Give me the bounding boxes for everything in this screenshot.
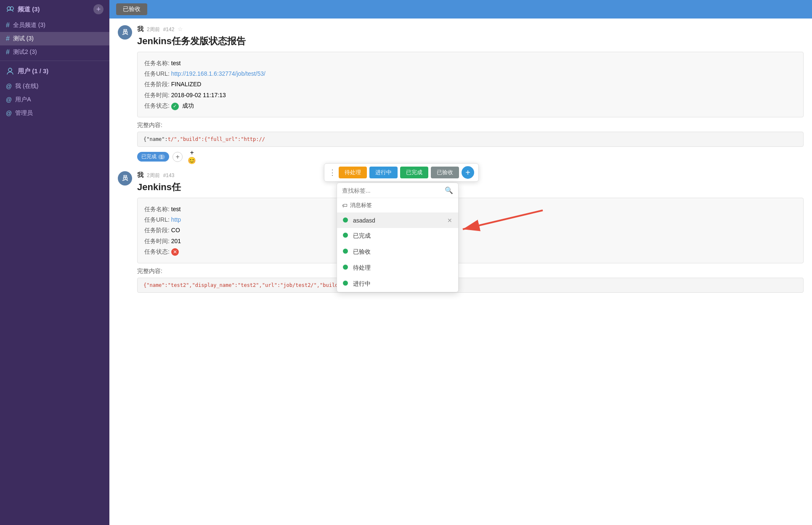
sidebar: 频道 (3) + # 全员频道 (3) # 测试 (3) # 测试2 (3) 用…	[0, 0, 109, 525]
message-2: 员 我 2周前 #143 Jenkins任 任务名称: test 任务URL: …	[118, 171, 804, 293]
tag-item-pending[interactable]: 待处理	[337, 260, 458, 276]
message-1-title: Jenkins任务发版状态报告	[137, 35, 804, 48]
full-content-label-1: 完整内容:	[137, 122, 804, 129]
field-name-label: 任务名称:	[144, 60, 170, 66]
message-1: 员 我 2周前 #142 ☆ Jenkins任务发版状态报告 任务名称: tes…	[118, 25, 804, 163]
tag-item-left: 已验收	[343, 248, 371, 256]
channels-section-header: 频道 (3) +	[0, 0, 109, 19]
tag-item-left: 进行中	[343, 280, 371, 288]
toolbar-inprogress-button[interactable]: 进行中	[369, 167, 398, 178]
field2-url-link[interactable]: http	[171, 216, 181, 223]
code-text-1: {"name":	[143, 136, 168, 142]
field-url-link[interactable]: http://192.168.1.6:32774/job/test/53/	[171, 70, 265, 77]
toolbar-accepted-button[interactable]: 已验收	[431, 167, 459, 178]
toolbar-add-button[interactable]: +	[462, 166, 474, 179]
user-icon	[6, 67, 14, 75]
tag-dot-pending	[343, 265, 348, 270]
tag-remove-asadasd[interactable]: ✕	[447, 217, 452, 224]
tag-bar-1: 已完成 1 + + 😊	[137, 151, 804, 163]
tag-item-left: 待处理	[343, 264, 371, 272]
field2-url-label: 任务URL:	[144, 216, 170, 223]
top-bar: 已验收	[109, 0, 812, 19]
tag-item-inprogress[interactable]: 进行中	[337, 276, 458, 292]
at-icon: @	[6, 110, 12, 117]
field2-name-value: test	[171, 206, 181, 212]
message-1-card: 任务名称: test 任务URL: http://192.168.1.6:327…	[137, 52, 804, 117]
users-section-header: 用户 (1 / 3)	[0, 63, 109, 80]
avatar-2: 员	[118, 171, 132, 186]
message-2-author: 我	[137, 171, 143, 179]
tag-done-pill[interactable]: 已完成 1	[137, 152, 169, 162]
add-channel-button[interactable]: +	[93, 4, 103, 14]
message-1-id: #142	[163, 27, 175, 32]
message-1-author: 我	[137, 25, 143, 33]
sidebar-divider	[0, 61, 109, 61]
sidebar-item-me[interactable]: @ 我 (在线)	[0, 80, 109, 93]
tag-dot-asadasd	[343, 217, 348, 223]
field2-name-label: 任务名称:	[144, 206, 170, 212]
field-status-value: 成功	[182, 102, 194, 109]
toolbar-pending-button[interactable]: 待处理	[339, 167, 367, 178]
field2-status-label: 任务状态:	[144, 248, 170, 255]
main-content: 已验收 员 我 2周前 #142 ☆ Jenkins任务发版状态报告 任务名称:…	[109, 0, 812, 525]
tag-item-left: asadasd	[343, 217, 375, 224]
sidebar-item-test-channel[interactable]: # 测试 (3)	[0, 32, 109, 45]
field2-phase-label: 任务阶段:	[144, 227, 170, 233]
tag-item-done[interactable]: 已完成	[337, 228, 458, 244]
message-2-id: #143	[163, 172, 175, 178]
field-status-label: 任务状态:	[144, 102, 170, 109]
message-area: 员 我 2周前 #142 ☆ Jenkins任务发版状态报告 任务名称: tes…	[109, 19, 812, 525]
tag-dot-done	[343, 233, 348, 238]
field2-time-value: 201	[171, 238, 181, 244]
dots-icon[interactable]: ⋮	[329, 168, 336, 177]
code-suffix-1: t/","build":{"full_url":"http://	[168, 136, 265, 142]
emoji-button[interactable]: + 😊	[186, 151, 198, 163]
message-2-title: Jenkins任	[137, 181, 804, 194]
sidebar-item-admin[interactable]: @ 管理员	[0, 106, 109, 120]
topbar-button[interactable]: 已验收	[116, 3, 147, 15]
tag-item-left: 已完成	[343, 232, 371, 240]
message-2-time: 2周前	[147, 172, 160, 179]
add-tag-button[interactable]: +	[172, 152, 183, 162]
sidebar-item-test2-channel[interactable]: # 测试2 (3)	[0, 45, 109, 59]
full-content-label-2: 完整内容:	[137, 268, 804, 275]
field-time-label: 任务时间:	[144, 92, 170, 98]
at-icon: @	[6, 96, 12, 103]
tag-item-asadasd[interactable]: asadasd ✕	[337, 213, 458, 228]
success-icon: ✓	[171, 103, 179, 110]
star-icon[interactable]: ☆	[178, 26, 183, 32]
tag-section-icon: 🏷	[342, 202, 348, 209]
hash-icon: #	[6, 35, 10, 42]
channels-title: 频道 (3)	[6, 5, 40, 13]
search-icon: 🔍	[445, 186, 453, 194]
message-1-time: 2周前	[147, 26, 160, 33]
message-2-card: 任务名称: test 任务URL: http 任务阶段: CO 任务时间: 20…	[137, 198, 804, 263]
field2-time-label: 任务时间:	[144, 238, 170, 244]
code-block-2: {"name":"test2","display_name":"test2","…	[137, 278, 804, 293]
code-block-1: {"name":t/","build":{"full_url":"http://	[137, 132, 804, 147]
tag-item-accepted[interactable]: 已验收	[337, 244, 458, 260]
svg-point-2	[8, 68, 12, 72]
avatar-1: 员	[118, 25, 132, 40]
tag-done-count: 1	[158, 154, 165, 159]
field-phase-value: FINALIZED	[171, 81, 202, 88]
tag-search-input[interactable]	[342, 187, 441, 194]
field2-phase-value: CO	[171, 227, 180, 233]
channels-icon	[6, 5, 14, 13]
message-1-meta: 我 2周前 #142 ☆	[137, 25, 804, 33]
tag-dropdown: 🔍 🏷 消息标签 asadasd ✕ 已完成 已验收	[337, 183, 459, 292]
error-icon: ✕	[171, 248, 179, 256]
tag-dot-inprogress	[343, 281, 348, 286]
sidebar-item-userA[interactable]: @ 用户A	[0, 93, 109, 106]
floating-toolbar: ⋮ 待处理 进行中 已完成 已验收 +	[324, 163, 479, 182]
hash-icon: #	[6, 21, 10, 29]
toolbar-done-button[interactable]: 已完成	[400, 167, 428, 178]
field-phase-label: 任务阶段:	[144, 81, 170, 88]
tag-dot-accepted	[343, 249, 348, 254]
field-name-value: test	[171, 60, 181, 66]
at-icon: @	[6, 83, 12, 90]
tag-done-label: 已完成	[141, 153, 157, 160]
sidebar-item-all-channel[interactable]: # 全员频道 (3)	[0, 19, 109, 32]
tag-search-box: 🔍	[337, 183, 458, 198]
tag-section-label: 🏷 消息标签	[337, 198, 458, 213]
